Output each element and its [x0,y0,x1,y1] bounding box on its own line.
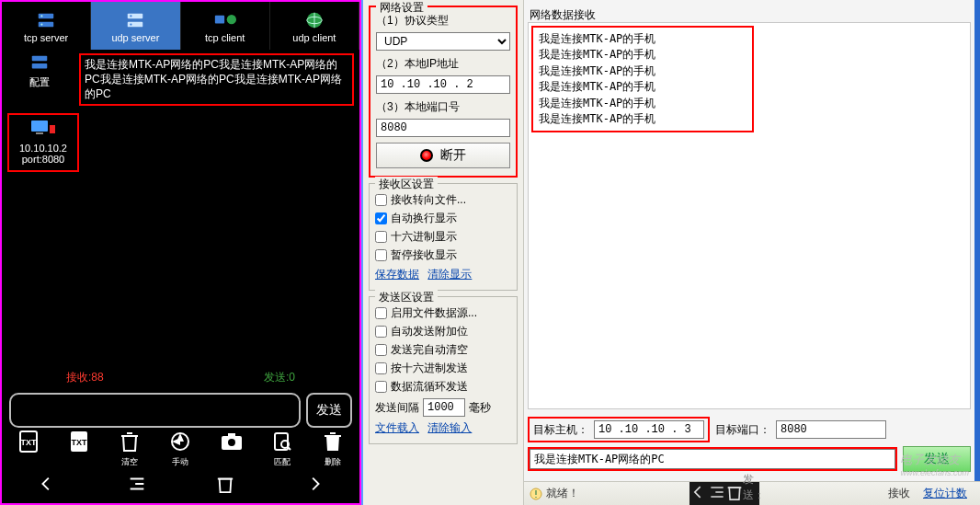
tab-label: tcp client [205,32,245,43]
action-match[interactable]: 匹配 [265,429,300,468]
svg-rect-13 [32,63,48,69]
delete-icon [319,429,347,454]
action-label: 匹配 [274,457,291,466]
clear-input-link[interactable]: 清除输入 [427,421,472,434]
action-delete[interactable]: 删除 [315,429,350,468]
svg-point-6 [131,15,132,17]
server-icon [7,53,72,74]
svg-point-23 [228,439,235,446]
tab-tcp-server[interactable]: tcp server [2,2,91,50]
svg-rect-24 [228,433,235,438]
message-input[interactable] [9,393,301,428]
chk-auto-append[interactable]: 自动发送附加位 [375,324,511,339]
chk-recv-to-file[interactable]: 接收转向文件... [375,192,511,208]
interval-input[interactable] [423,398,465,417]
target-port-label: 目标端口： [715,422,770,438]
svg-rect-16 [50,125,55,133]
svg-rect-1 [39,22,54,28]
recv-area: 网络数据接收 我是连接MTK-AP的手机 我是连接MTK-AP的手机 我是连接M… [528,6,971,409]
config-item[interactable]: 配置 [7,53,72,106]
server-icon [35,8,57,32]
statusbar: 就绪！ 发送：484 接收 复位计数 [524,481,980,505]
action-row: TXT TXT TXT 清空 手动 匹配 删除 [7,429,354,468]
settings-sidebar: 网络设置 （1）协议类型 UDP （2）本地IP地址 （3）本地端口号 断开 接… [363,0,524,505]
received-message-box: 我是连接MTK-AP网络的PC我是连接MTK-AP网络的PC我是连接MTK-AP… [79,53,354,106]
trash-icon [116,429,143,454]
mode-tabbar: tcp server udp server tcp client udp cli… [2,2,359,50]
svg-rect-5 [128,22,143,28]
camera-icon [218,429,245,454]
status-ready: 就绪！ [530,486,579,501]
tab-label: tcp server [24,32,68,43]
nav-recent-icon[interactable] [304,474,325,498]
action-clear[interactable]: 清空 [112,429,147,468]
send-text-input[interactable] [530,449,895,469]
tab-tcp-client[interactable]: tcp client [181,2,270,50]
nav-home-icon[interactable] [127,474,147,498]
send-button[interactable]: 发送 [903,446,971,472]
tab-udp-client[interactable]: udp client [270,2,359,50]
nav-back-icon[interactable] [689,483,708,504]
group-title: 发送区设置 [375,290,438,305]
action-camera[interactable] [214,429,249,468]
nav-trash-icon[interactable] [216,474,234,498]
server-icon [124,8,146,32]
send-button[interactable]: 发送 [306,393,352,428]
nav-back-icon[interactable] [37,474,57,498]
status-send: 发送：484 [743,472,765,506]
target-port-input[interactable] [776,420,886,439]
target-host-input[interactable] [594,420,704,439]
svg-rect-14 [31,121,48,132]
svg-rect-0 [39,14,54,19]
interval-prefix: 发送间隔 [375,400,419,416]
ready-icon [530,488,542,500]
recv-line: 我是连接MTK-AP的手机 [539,63,746,79]
svg-point-3 [40,23,42,25]
config-label: 配置 [29,76,50,87]
svg-rect-12 [32,56,48,61]
disconnect-button[interactable]: 断开 [376,143,510,168]
local-ip-input[interactable] [376,75,510,94]
save-data-link[interactable]: 保存数据 [375,268,419,281]
action-label: 清空 [121,457,138,466]
conn-port: port:8080 [11,154,75,165]
chk-loop-send[interactable]: 数据流循环发送 [375,379,511,395]
nav-menu-icon[interactable] [708,483,726,504]
client-icon [214,8,236,32]
tab-udp-server[interactable]: udp server [91,2,180,50]
chk-auto-wrap[interactable]: 自动换行显示 [375,211,511,226]
nav-trash-icon[interactable] [726,483,743,504]
action-txt-2[interactable]: TXT [62,429,97,468]
recv-settings-group: 接收区设置 接收转向文件... 自动换行显示 十六进制显示 暂停接收显示 保存数… [369,183,518,291]
svg-point-7 [131,23,132,25]
chk-hex-send[interactable]: 按十六进制发送 [375,361,511,376]
recv-line: 我是连接MTK-AP的手机 [539,111,746,127]
interval-suffix: 毫秒 [469,400,491,416]
local-port-input[interactable] [376,119,510,137]
chk-hex-display[interactable]: 十六进制显示 [375,229,511,245]
connection-info[interactable]: 10.10.10.2 port:8080 [7,113,79,172]
disconnect-label: 断开 [440,147,466,164]
rx-counter: 接收:88 [66,370,104,385]
svg-rect-15 [36,132,43,134]
svg-rect-4 [128,14,143,19]
tab-label: udp client [292,32,336,43]
action-label: 删除 [325,457,341,466]
clear-display-link[interactable]: 清除显示 [427,268,472,281]
reset-counter-link[interactable]: 复位计数 [923,486,967,501]
chk-auto-clear[interactable]: 发送完自动清空 [375,342,511,358]
target-host-block: 目标主机： [528,417,710,442]
svg-point-9 [226,15,235,24]
action-manual[interactable]: 手动 [163,429,198,468]
received-text: 我是连接MTK-AP网络的PC我是连接MTK-AP网络的PC我是连接MTK-AP… [85,58,342,100]
protocol-select[interactable]: UDP [376,32,510,51]
overlay-navbar: 发送：484 [689,482,759,505]
group-title: 接收区设置 [375,177,438,192]
pc-icon [11,119,75,139]
file-load-link[interactable]: 文件载入 [375,421,419,434]
chk-file-source[interactable]: 启用文件数据源... [375,305,511,321]
chk-pause-recv[interactable]: 暂停接收显示 [375,247,511,263]
svg-text:TXT: TXT [72,438,88,447]
action-txt-1[interactable]: TXT TXT [11,429,46,468]
send-label: 发送 [924,451,950,467]
